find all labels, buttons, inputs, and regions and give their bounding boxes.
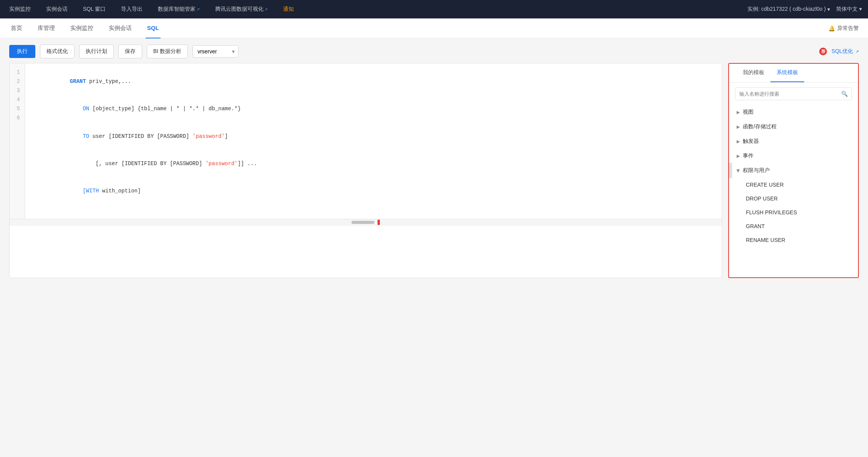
top-navbar: 实例监控 实例会话 SQL 窗口 导入导出 数据库智能管家↗ 腾讯云图数据可视化… — [0, 0, 868, 18]
code-lines[interactable]: GRANT priv_type,... ON [object_type] {tb… — [25, 63, 722, 219]
panel-tabs: 我的模板 系统模板 — [729, 64, 858, 83]
tree-item-view[interactable]: ▶ 视图 — [729, 105, 858, 119]
keyword-grant: GRANT — [70, 78, 86, 84]
database-selector-wrap: vrserver — [192, 45, 239, 58]
template-grant[interactable]: GRANT — [737, 219, 858, 233]
external-link-icon3: ↗ — [855, 49, 859, 54]
toolbar-right: 荐 SQL优化 ↗ — [819, 48, 859, 55]
tree-item-auth[interactable]: ▶ 权限与用户 — [729, 163, 858, 178]
external-link-icon: ↗ — [196, 7, 200, 12]
store-badge: 荐 — [819, 48, 827, 55]
tab-sql[interactable]: SQL — [146, 18, 161, 38]
code-line-2: ON [object_type] {tbl_name | * | *.* | d… — [31, 95, 716, 123]
sql-optimize-link[interactable]: SQL优化 ↗ — [832, 48, 859, 55]
chevron-down-icon3: ▶ — [736, 169, 741, 172]
nav-notify[interactable]: 通知 — [280, 4, 297, 14]
search-icon[interactable]: 🔍 — [837, 88, 851, 100]
bi-button[interactable]: BI 数据分析 — [147, 45, 188, 58]
search-input[interactable] — [735, 88, 837, 100]
code-line-4: [, user [IDENTIFIED BY [PASSWORD] 'passw… — [31, 150, 716, 177]
execute-button[interactable]: 执行 — [9, 45, 35, 58]
language-selector[interactable]: 简体中文 ▾ — [836, 6, 862, 13]
line-numbers: 1 2 3 4 5 6 — [10, 63, 25, 219]
scroll-thumb[interactable] — [351, 221, 374, 224]
nav-import-export[interactable]: 导入导出 — [118, 4, 146, 14]
template-flush-privileges[interactable]: FLUSH PRIVILEGES — [737, 205, 858, 219]
nav-sql-window[interactable]: SQL 窗口 — [80, 4, 109, 14]
sql-toolbar: 执行 格式优化 执行计划 保存 BI 数据分析 vrserver 荐 SQL优化… — [9, 45, 859, 58]
template-create-user[interactable]: CREATE USER — [737, 178, 858, 192]
code-line-5: [WITH with_option] — [31, 178, 716, 205]
tab-sys-template[interactable]: 系统模板 — [770, 64, 804, 82]
chevron-down-icon2: ▾ — [859, 6, 862, 12]
template-drop-user[interactable]: DROP USER — [737, 192, 858, 205]
database-selector[interactable]: vrserver — [192, 45, 239, 58]
template-search: 🔍 — [735, 87, 852, 100]
chevron-right-icon3: ▶ — [737, 139, 740, 144]
bell-icon: 🔔 — [828, 25, 835, 31]
tab-home[interactable]: 首页 — [9, 18, 24, 38]
template-rename-user[interactable]: RENAME USER — [737, 233, 858, 247]
second-navbar: 首页 库管理 实例监控 实例会话 SQL 🔔 异常告警 — [0, 18, 868, 38]
code-editor[interactable]: 1 2 3 4 5 6 GRANT priv_type,... ON [obje… — [9, 63, 722, 278]
nav-db-smart[interactable]: 数据库智能管家↗ — [155, 4, 203, 14]
chevron-right-icon4: ▶ — [737, 154, 740, 159]
tab-inst-monitor[interactable]: 实例监控 — [69, 18, 95, 38]
code-line-1: GRANT priv_type,... — [31, 68, 716, 95]
code-area: 1 2 3 4 5 6 GRANT priv_type,... ON [obje… — [10, 63, 722, 219]
tree-item-event[interactable]: ▶ 事件 — [729, 149, 858, 163]
panel-collapse-handle[interactable]: ‹ — [728, 163, 732, 178]
editor-panel-wrapper: 1 2 3 4 5 6 GRANT priv_type,... ON [obje… — [9, 63, 859, 278]
format-button[interactable]: 格式优化 — [40, 45, 75, 58]
tree-item-func[interactable]: ▶ 函数/存储过程 — [729, 119, 858, 134]
tab-inst-session[interactable]: 实例会话 — [107, 18, 133, 38]
nav-data-viz[interactable]: 腾讯云图数据可视化↗ — [212, 4, 271, 14]
nav-instance-monitor[interactable]: 实例监控 — [6, 4, 34, 14]
code-line-3: TO user [IDENTIFIED BY [PASSWORD] 'passw… — [31, 123, 716, 150]
nav-instance-session[interactable]: 实例会话 — [43, 4, 71, 14]
plan-button[interactable]: 执行计划 — [79, 45, 114, 58]
main-content: 执行 格式优化 执行计划 保存 BI 数据分析 vrserver 荐 SQL优化… — [0, 38, 868, 457]
chevron-left-icon: ‹ — [728, 167, 729, 174]
right-panel: ‹ 我的模板 系统模板 🔍 ▶ 视图 ▶ 函数/存储过程 — [728, 63, 859, 278]
tree-children-auth: CREATE USER DROP USER FLUSH PRIVILEGES G… — [729, 178, 858, 247]
template-tree: ▶ 视图 ▶ 函数/存储过程 ▶ 触发器 ▶ 事件 ▶ 权限与用户 — [729, 105, 858, 247]
chevron-right-icon: ▶ — [737, 110, 740, 115]
editor-horizontal-scrollbar[interactable] — [10, 219, 722, 226]
external-link-icon2: ↗ — [264, 7, 268, 12]
code-line-6 — [31, 205, 716, 214]
chevron-down-icon: ▾ — [827, 6, 830, 12]
tab-db-manage[interactable]: 库管理 — [36, 18, 56, 38]
save-button[interactable]: 保存 — [118, 45, 142, 58]
chevron-right-icon2: ▶ — [737, 124, 740, 129]
alert-button[interactable]: 🔔 异常告警 — [828, 25, 859, 32]
scroll-position-marker — [378, 220, 380, 225]
tab-my-template[interactable]: 我的模板 — [737, 64, 770, 82]
instance-selector[interactable]: 实例: cdb217322 ( cdb-ckiazl0o ) ▾ — [747, 6, 830, 13]
tree-item-trigger[interactable]: ▶ 触发器 — [729, 134, 858, 149]
top-nav-right: 实例: cdb217322 ( cdb-ckiazl0o ) ▾ 简体中文 ▾ — [747, 6, 862, 13]
